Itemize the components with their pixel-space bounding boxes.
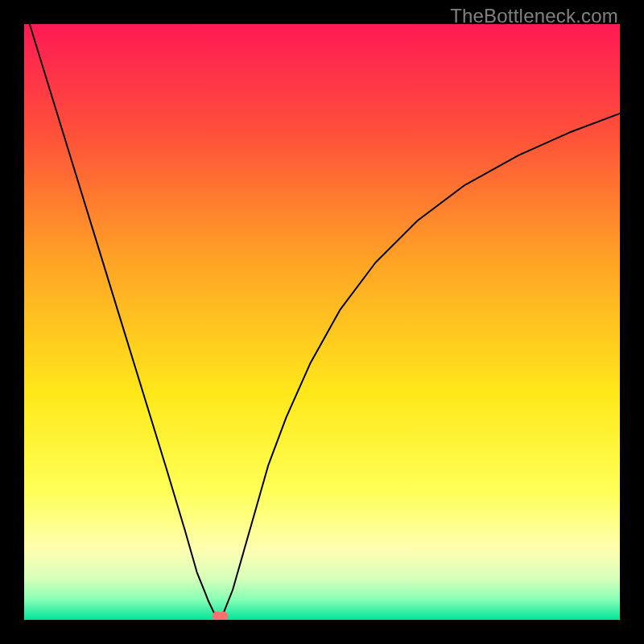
marker-layer — [213, 612, 228, 620]
plot-area — [24, 24, 620, 620]
chart-frame: TheBottleneck.com — [0, 0, 644, 644]
chart-svg — [24, 24, 620, 620]
gradient-background — [24, 24, 620, 620]
watermark-text: TheBottleneck.com — [450, 5, 618, 27]
